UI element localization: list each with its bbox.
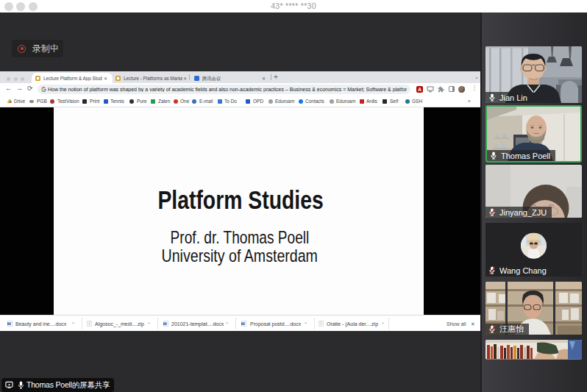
svg-text:W: W: [8, 322, 10, 325]
svg-text:W: W: [164, 322, 166, 325]
svg-text:W: W: [242, 322, 244, 325]
